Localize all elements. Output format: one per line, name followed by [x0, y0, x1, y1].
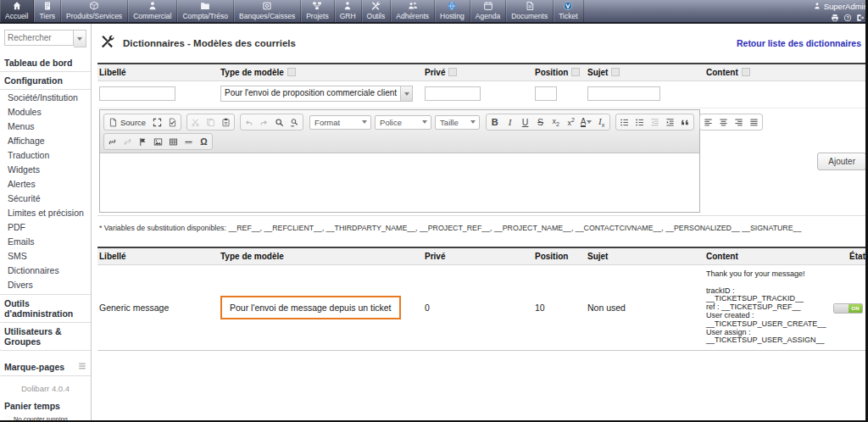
sidebar-item-alertes[interactable]: Alertes: [0, 176, 91, 191]
user-menu[interactable]: SuperAdmin: [813, 1, 868, 12]
help-icon[interactable]: [611, 68, 620, 76]
template-type-select[interactable]: Pour l'envoi de proposition commerciale …: [220, 86, 413, 102]
underline-icon[interactable]: U: [518, 115, 532, 129]
tab-projets[interactable]: Projets: [301, 0, 334, 22]
indent-icon[interactable]: [663, 115, 677, 129]
textcolor-icon[interactable]: A: [579, 115, 593, 129]
help-icon[interactable]: [448, 68, 457, 76]
ticket-icon: [563, 1, 573, 11]
sidebar-section-marque-pages[interactable]: Marque-pages: [0, 358, 91, 376]
tab-label: Documents: [511, 12, 548, 20]
hosting-icon: [447, 1, 457, 11]
logout-icon[interactable]: [856, 13, 865, 23]
help-icon[interactable]: [287, 68, 296, 76]
replace-icon[interactable]: [287, 115, 302, 129]
image-icon[interactable]: [151, 135, 165, 148]
align-justify-icon[interactable]: [747, 115, 761, 129]
size-dropdown[interactable]: Taille: [435, 115, 480, 130]
subscript-icon[interactable]: x2: [548, 115, 563, 129]
maximize-icon[interactable]: [150, 115, 164, 129]
sidebar-section-outils-d-administration[interactable]: Outils d'administration: [0, 295, 91, 323]
column-header-label: Privé: [425, 68, 445, 77]
sidebar-item-securite[interactable]: Sécurité: [0, 191, 91, 205]
help-icon[interactable]: [571, 68, 580, 76]
tab-label: Adhérents: [396, 12, 429, 20]
sidebar-section-label: Outils d'administration: [4, 298, 86, 319]
bullet-list-icon[interactable]: [632, 115, 647, 129]
sidebar-section-tableau-de-bord[interactable]: Tableau de bord: [0, 54, 91, 72]
tab-documents[interactable]: Documents: [506, 0, 554, 22]
preview-icon[interactable]: [165, 115, 180, 129]
align-center-icon[interactable]: [716, 115, 731, 129]
back-to-dictionaries-link[interactable]: Retour liste des dictionnaires: [737, 38, 861, 48]
align-right-icon[interactable]: [732, 115, 746, 129]
tab-outils[interactable]: Outils: [362, 0, 392, 22]
tab-accueil[interactable]: Accueil: [0, 0, 34, 22]
find-icon[interactable]: [272, 115, 287, 129]
sidebar-item-modules[interactable]: Modules: [0, 104, 91, 119]
sidebar-item-pdf[interactable]: PDF: [0, 219, 91, 234]
superscript-icon[interactable]: x2: [564, 115, 578, 129]
tab-adherents[interactable]: Adhérents: [391, 0, 435, 22]
horizontal-rule-icon[interactable]: [181, 135, 196, 148]
removeformat-icon[interactable]: Ix: [594, 115, 609, 129]
anchor-icon[interactable]: [136, 135, 150, 148]
tab-banques-caisses[interactable]: Banques/Caisses: [234, 0, 301, 22]
tab-label: Projets: [306, 12, 328, 20]
format-dropdown[interactable]: Format: [309, 115, 371, 130]
toggle-off-segment: [834, 304, 849, 313]
row-private-cell: 0: [423, 265, 533, 351]
bold-icon[interactable]: B: [487, 115, 502, 129]
sidebar-section-utilisateurs-groupes[interactable]: Utilisateurs & Groupes: [0, 323, 91, 351]
sidebar-item-traduction[interactable]: Traduction: [0, 147, 91, 162]
tab-hosting[interactable]: Hosting: [435, 0, 470, 22]
blockquote-icon[interactable]: [678, 115, 693, 129]
editor-content-area[interactable]: [100, 153, 699, 212]
search-dropdown-button[interactable]: [74, 30, 86, 47]
position-input[interactable]: [535, 86, 557, 101]
sidebar-item-affichage[interactable]: Affichage: [0, 133, 91, 147]
italic-icon[interactable]: I: [503, 115, 517, 129]
projects-icon: [312, 1, 322, 11]
link-icon[interactable]: [105, 135, 120, 148]
private-input[interactable]: [425, 86, 481, 101]
numbered-list-icon[interactable]: [617, 115, 632, 129]
add-button[interactable]: Ajouter: [817, 153, 866, 170]
tab-ticket[interactable]: Ticket: [554, 0, 583, 22]
sidebar-item-sms[interactable]: SMS: [0, 248, 91, 263]
source-button[interactable]: Source: [105, 115, 149, 129]
sidebar-item-dictionnaires[interactable]: Dictionnaires: [0, 263, 91, 277]
sidebar-item-societe-institution[interactable]: Société/Institution: [0, 90, 91, 104]
align-left-icon[interactable]: [701, 115, 715, 129]
tab-grh[interactable]: GRH: [335, 0, 362, 22]
template-type-selected: Pour l'envoi de proposition commerciale …: [221, 86, 400, 101]
help-icon[interactable]: [742, 68, 750, 76]
tab-commercial[interactable]: Commercial: [128, 0, 177, 22]
toggle-on-segment: ON: [849, 304, 862, 313]
strike-icon[interactable]: S: [533, 115, 548, 129]
sidebar-item-widgets[interactable]: Widgets: [0, 162, 91, 176]
table-icon[interactable]: [166, 135, 181, 148]
sidebar-item-limites-et-precision[interactable]: Limites et précision: [0, 205, 91, 219]
tab-agenda[interactable]: Agenda: [470, 0, 506, 22]
printer-icon[interactable]: [831, 13, 839, 23]
sidebar-item-divers[interactable]: Divers: [0, 277, 91, 292]
font-dropdown[interactable]: Police: [375, 115, 431, 130]
search-input[interactable]: [4, 30, 74, 46]
subject-input[interactable]: [587, 86, 660, 101]
column-header-libelle: Libellé: [97, 64, 219, 81]
tab-compta-treso[interactable]: Compta/Tréso: [177, 0, 234, 22]
column-header-label: Sujet: [587, 252, 608, 261]
status-toggle[interactable]: ON: [833, 303, 863, 314]
sidebar-item-menus[interactable]: Menus: [0, 119, 91, 133]
tab-tiers[interactable]: Tiers: [34, 0, 61, 22]
help-icon[interactable]: ?: [843, 13, 852, 23]
paste-icon[interactable]: [219, 115, 233, 129]
tab-label: GRH: [340, 12, 356, 20]
sidebar-section-configuration[interactable]: Configuration: [0, 72, 91, 90]
label-input[interactable]: [99, 86, 175, 101]
special-char-icon[interactable]: Ω: [197, 135, 211, 148]
tab-produits-services[interactable]: Produits/Services: [61, 0, 128, 22]
sidebar-item-emails[interactable]: Emails: [0, 234, 91, 248]
editor-toolbar-group: BIUSx2x2AIx: [486, 114, 610, 130]
